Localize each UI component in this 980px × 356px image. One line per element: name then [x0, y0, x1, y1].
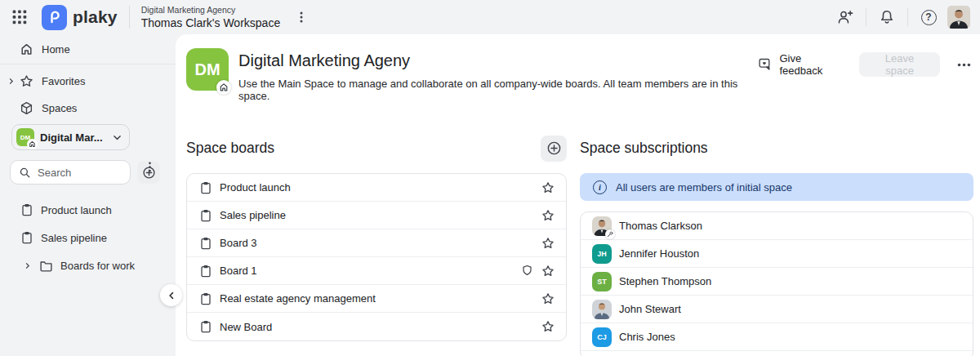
sidebar-item-folder[interactable]: Boards for work [0, 251, 176, 279]
space-selector-label: Digital Mar... [40, 131, 106, 144]
member-name: Jennifer Houston [619, 247, 699, 260]
sidebar-item-board[interactable]: Sales pipeline [0, 224, 176, 251]
board-clipboard-icon [199, 292, 212, 305]
organization-name: Digital Marketing Agency [141, 5, 280, 15]
info-banner-text: All users are members of initial space [616, 181, 792, 194]
board-clipboard-icon [199, 209, 212, 222]
workspace-menu-kebab-icon[interactable] [292, 7, 311, 27]
add-space-board-button[interactable] [541, 136, 567, 162]
give-feedback-button[interactable]: Give feedback [758, 52, 844, 77]
sidebar-item-favorites[interactable]: Favorites [0, 68, 176, 95]
board-clipboard-icon [20, 203, 33, 216]
board-row[interactable]: Real estate agency management [187, 285, 566, 313]
space-options-ellipsis-icon[interactable] [955, 54, 973, 76]
plaky-logo-icon [42, 5, 67, 30]
space-header-actions: Give feedback Leave space [758, 48, 973, 77]
space-boards-header: Space boards [186, 135, 567, 162]
main-content: DM Digital Marketing Ageny Use the Main … [176, 34, 980, 356]
member-row[interactable]: CJ Chris Jones [581, 323, 973, 351]
sidebar-item-spaces[interactable]: Spaces [0, 95, 176, 122]
favorite-star-icon[interactable] [541, 265, 555, 278]
members-card: Thomas Clarkson JH Jennifer Houston ST S… [580, 211, 973, 356]
chevron-down-icon [112, 132, 122, 143]
board-name: Board 3 [220, 237, 257, 249]
invite-user-icon[interactable] [831, 3, 859, 31]
favorite-star-icon[interactable] [541, 209, 555, 222]
board-name: Board 1 [220, 265, 257, 277]
owner-wrench-icon [605, 229, 615, 239]
member-name: Thomas Clarkson [619, 220, 702, 232]
topbar-divider [907, 8, 908, 26]
space-selector[interactable]: DM Digital Mar... [11, 124, 130, 150]
sidebar-board-label: Sales pipeline [41, 232, 107, 244]
plaky-logo[interactable]: plaky [42, 5, 118, 30]
favorite-star-icon[interactable] [541, 320, 555, 333]
info-banner: i All users are members of initial space [580, 173, 973, 201]
favorite-star-icon[interactable] [541, 181, 555, 194]
space-subscriptions-title: Space subscriptions [580, 140, 708, 157]
space-subscriptions-section: Space subscriptions i All users are memb… [580, 135, 973, 356]
sidebar: Home Favorites Spaces DM Digital Mar... [0, 34, 176, 356]
space-titles: Digital Marketing Ageny Use the Main Spa… [238, 48, 758, 102]
space-boards-card: Product launch Sales pipeline Board 3 Bo… [186, 173, 567, 341]
topbar-actions: ? [831, 3, 980, 31]
sidebar-collapse-button[interactable] [160, 284, 182, 306]
plaky-logo-text: plaky [73, 7, 118, 27]
home-icon [22, 44, 31, 53]
notifications-bell-icon[interactable] [873, 3, 901, 31]
board-row[interactable]: Board 1 [187, 257, 566, 285]
shield-icon[interactable] [521, 265, 533, 277]
workspace-switcher[interactable]: Digital Marketing Agency Thomas Clark's … [141, 5, 280, 29]
space-title: Digital Marketing Ageny [238, 51, 758, 70]
favorite-star-icon[interactable] [541, 237, 555, 250]
board-name: Product launch [220, 181, 291, 194]
chevron-right-icon [23, 261, 32, 270]
user-avatar[interactable] [947, 6, 970, 29]
home-badge-icon [216, 80, 231, 95]
space-menu-kebab-icon[interactable] [140, 158, 159, 176]
spaces-cube-icon [20, 101, 33, 115]
sidebar-board-list: Product launch Sales pipeline Boards for… [0, 196, 176, 279]
board-row[interactable]: New Board [187, 313, 566, 340]
sidebar-divider [0, 64, 176, 65]
member-avatar-photo [592, 300, 612, 319]
member-row[interactable]: Thomas Clarkson [581, 212, 973, 240]
sidebar-item-home[interactable]: Home [0, 34, 176, 64]
board-row[interactable]: Product launch [187, 174, 566, 202]
chevron-left-icon [167, 291, 176, 300]
search-box[interactable] [10, 160, 131, 185]
sidebar-item-board[interactable]: Product launch [0, 196, 176, 224]
leave-space-button[interactable]: Leave space [859, 52, 940, 77]
space-avatar-large: DM [186, 48, 229, 91]
member-initials: JH [597, 250, 607, 258]
sidebar-folder-label: Boards for work [60, 260, 135, 272]
board-clipboard-icon [199, 181, 212, 194]
board-row[interactable]: Board 3 [187, 229, 566, 257]
info-icon: i [593, 180, 607, 194]
search-icon [19, 167, 31, 179]
member-row[interactable]: John Stewart [581, 296, 973, 323]
help-icon[interactable]: ? [915, 3, 942, 31]
space-header: DM Digital Marketing Ageny Use the Main … [186, 48, 973, 102]
sidebar-home-label: Home [42, 43, 70, 56]
member-name: Chris Jones [619, 331, 675, 343]
board-name: Real estate agency management [220, 292, 376, 305]
board-clipboard-icon [199, 237, 212, 250]
board-clipboard-icon [20, 231, 33, 244]
space-boards-title: Space boards [186, 140, 274, 157]
folder-icon [39, 259, 53, 273]
topbar-divider [866, 8, 866, 26]
app-grid-icon[interactable] [11, 8, 29, 26]
board-row[interactable]: Sales pipeline [187, 202, 566, 229]
member-row[interactable]: ST Stephen Thompson [581, 268, 973, 296]
plus-circle-icon [546, 140, 562, 156]
help-question-mark: ? [921, 10, 937, 25]
search-input[interactable] [38, 167, 119, 179]
member-avatar-initials: JH [592, 244, 612, 264]
member-name: Stephen Thompson [619, 275, 711, 287]
board-name: Sales pipeline [220, 209, 286, 221]
member-row[interactable]: JH Jennifer Houston [581, 240, 973, 268]
star-icon [20, 74, 33, 88]
favorite-star-icon[interactable] [541, 292, 555, 305]
space-avatar-small: DM [16, 128, 34, 146]
